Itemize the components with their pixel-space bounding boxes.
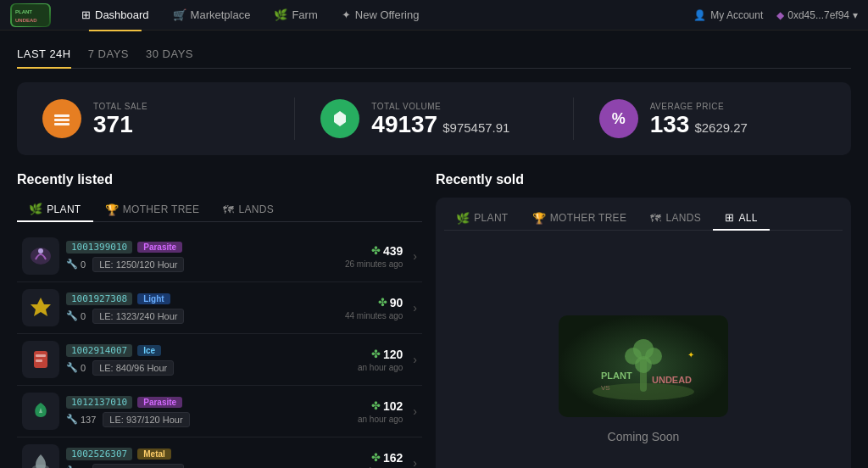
total-sale-label: TOTAL SALE [93,102,147,111]
power-icon: 🔧 [66,414,78,425]
wallet-button[interactable]: ◆ 0xd45...7ef94 ▾ [776,9,858,21]
offering-icon: ✦ [342,8,351,21]
item-image [22,289,59,326]
mother-tree-sold-icon: 🏆 [532,212,546,225]
time-tabs: LAST 24H 7 DAYS 30 DAYS [17,44,851,69]
price-column: ✤ 102 an hour ago [358,399,403,424]
arrow-right-icon: › [413,301,417,315]
tab-7-days[interactable]: 7 DAYS [88,44,129,68]
item-image [22,393,59,430]
list-item[interactable]: 1002526307 Metal 🔧 0 LE: 4330/336 Hour [17,437,422,468]
item-le: LE: 1323/240 Hour [92,309,184,324]
tab-30-days[interactable]: 30 DAYS [146,44,193,68]
total-volume-label: TOTAL VOLUME [371,102,509,111]
nav-marketplace[interactable]: 🛒 Marketplace [163,5,261,25]
item-tag: Ice [137,345,161,356]
item-power: 🔧 0 [66,310,86,321]
clover-icon: ✤ [371,348,381,360]
navigation: PLANT UNDEAD ⊞ Dashboard 🛒 Marketplace 🌿… [0,0,868,31]
item-id-row: 1002914007 Ice [66,344,351,357]
item-le: LE: 840/96 Hour [92,360,174,376]
item-image [22,341,59,378]
logo[interactable]: PLANT UNDEAD [10,3,51,27]
price-column: ✤ 120 an hour ago [358,348,403,372]
total-volume-value: 49137 [371,113,437,136]
plant-sold-icon: 🌿 [456,212,470,225]
all-sold-label: ALL [738,212,757,224]
total-sale-icon [42,99,81,138]
stat-total-sale: TOTAL SALE 371 [42,99,269,138]
item-id: 1002526307 [66,448,132,460]
tab-mother-tree-listed[interactable]: 🏆 MOTHER TREE [93,198,212,221]
svg-marker-8 [31,298,51,316]
main-content: LAST 24H 7 DAYS 30 DAYS TOTAL SALE 371 [0,31,868,468]
item-id: 1002914007 [66,344,132,357]
nav-right: 👤 My Account ◆ 0xd45...7ef94 ▾ [693,9,858,21]
list-item[interactable]: 1012137010 Parasite 🔧 137 LE: 937/120 Ho… [17,386,422,437]
lands-tab-label: LANDS [239,203,275,215]
item-id: 1012137010 [66,396,132,409]
nav-farm[interactable]: 🌿 Farm [264,5,327,25]
tab-plant-listed[interactable]: 🌿 PLANT [17,198,93,222]
item-stats-row: 🔧 0 LE: 4330/336 Hour [66,464,351,469]
lands-sold-label: LANDS [666,212,702,224]
svg-text:✦: ✦ [687,350,694,359]
tab-plant-sold[interactable]: 🌿 PLANT [444,206,520,230]
clover-icon: ✤ [378,296,387,309]
item-stats-row: 🔧 137 LE: 937/120 Hour [66,412,351,427]
wallet-icon: ◆ [776,9,784,21]
nav-dashboard[interactable]: ⊞ Dashboard [71,5,159,25]
item-image [22,444,59,468]
list-item[interactable]: 1001927308 Light 🔧 0 LE: 1323/240 Hour [17,282,422,334]
avg-price-text: AVERAGE PRICE 133 $2629.27 [650,102,748,136]
svg-text:UNDEAD: UNDEAD [652,375,692,385]
total-volume-icon [320,99,359,138]
item-tag: Parasite [137,397,182,408]
account-icon: 👤 [693,9,706,21]
item-time: an hour ago [358,415,403,424]
stats-row: TOTAL SALE 371 TOTAL VOLUME 49137 $97545… [17,82,851,155]
svg-point-19 [635,356,652,373]
list-item[interactable]: 1002914007 Ice 🔧 0 LE: 840/96 Hour [17,334,422,386]
item-power: 🔧 0 [66,259,86,270]
item-id-row: 1001399010 Parasite [66,241,338,254]
item-id-row: 1012137010 Parasite [66,396,351,409]
svg-rect-11 [36,359,42,362]
all-sold-icon: ⊞ [725,211,734,224]
power-icon: 🔧 [66,362,78,373]
account-button[interactable]: 👤 My Account [693,9,763,21]
list-item[interactable]: 1001399010 Parasite 🔧 0 LE: 1250/120 Hou… [17,231,422,282]
tab-lands-sold[interactable]: 🗺 LANDS [638,206,713,230]
arrow-right-icon: › [413,456,417,468]
price-column: ✤ 162 an hour ago [358,451,403,469]
dashboard-icon: ⊞ [81,8,91,21]
price-column: ✤ 439 26 minutes ago [345,244,403,269]
svg-text:PLANT: PLANT [601,370,632,381]
account-label: My Account [710,9,763,21]
tab-lands-listed[interactable]: 🗺 LANDS [211,198,286,221]
mother-tree-sold-label: MOTHER TREE [550,212,626,224]
stat-divider-1 [294,98,295,140]
item-stats-row: 🔧 0 LE: 840/96 Hour [66,360,351,376]
item-info: 1001927308 Light 🔧 0 LE: 1323/240 Hour [66,292,338,324]
nav-new-offering[interactable]: ✦ New Offering [331,5,430,25]
total-volume-text: TOTAL VOLUME 49137 $975457.91 [371,102,509,136]
recently-sold-panel: 🌿 PLANT 🏆 MOTHER TREE 🗺 LANDS ⊞ ALL [436,198,851,468]
item-price-value: 90 [390,296,403,309]
wallet-address: 0xd45...7ef94 [787,9,849,21]
tab-last-24h[interactable]: LAST 24H [17,44,71,69]
item-info: 1002526307 Metal 🔧 0 LE: 4330/336 Hour [66,448,351,469]
stat-total-volume: TOTAL VOLUME 49137 $975457.91 [320,99,547,138]
tab-mother-tree-sold[interactable]: 🏆 MOTHER TREE [520,206,639,230]
coming-soon-text: Coming Soon [608,430,680,443]
nav-offering-label: New Offering [355,8,420,21]
total-sale-text: TOTAL SALE 371 [93,102,147,136]
item-le: LE: 937/120 Hour [103,412,189,427]
svg-rect-4 [54,119,70,121]
avg-price-value: 133 [650,113,690,136]
tab-all-sold[interactable]: ⊞ ALL [713,206,770,231]
item-price-value: 162 [383,451,403,465]
item-power: 🔧 137 [66,414,96,425]
item-tag: Light [137,293,170,304]
item-stats-row: 🔧 0 LE: 1323/240 Hour [66,309,338,324]
